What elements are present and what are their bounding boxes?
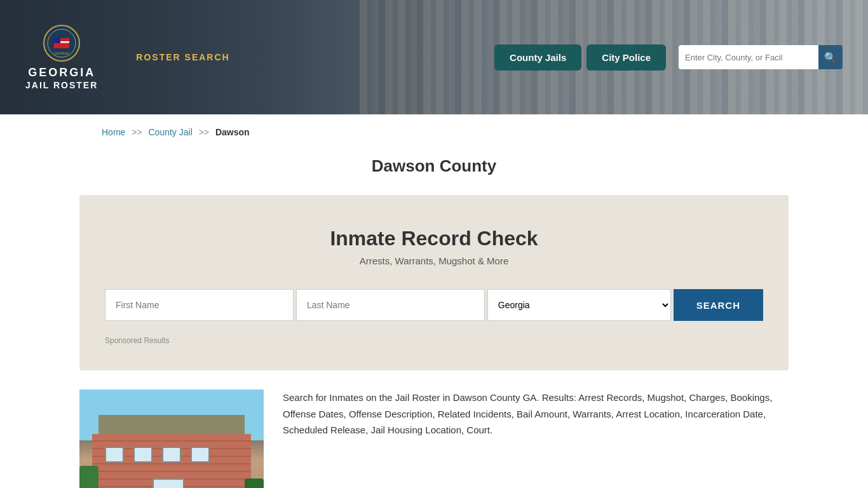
- georgia-seal-icon: GEORGIA: [43, 24, 81, 62]
- window3: [162, 447, 181, 463]
- window4: [191, 447, 210, 463]
- last-name-input[interactable]: [296, 289, 485, 321]
- breadcrumb-home-link[interactable]: Home: [102, 127, 125, 137]
- header-search-bar: 🔍: [679, 45, 843, 69]
- header-search-button[interactable]: 🔍: [818, 45, 843, 69]
- record-check-section: Inmate Record Check Arrests, Warrants, M…: [79, 195, 789, 370]
- svg-rect-6: [54, 38, 60, 43]
- breadcrumb: Home >> County Jail >> Dawson: [0, 114, 868, 150]
- window2: [133, 447, 153, 463]
- breadcrumb-sep2: >>: [199, 127, 209, 137]
- nav-buttons: County Jails City Police: [494, 44, 666, 71]
- page-title: Dawson County: [0, 156, 868, 176]
- first-name-input[interactable]: [105, 289, 294, 321]
- window1: [105, 447, 124, 463]
- breadcrumb-sep1: >>: [132, 127, 142, 137]
- record-check-subtitle: Arrests, Warrants, Mugshot & More: [105, 255, 763, 266]
- roster-search-link[interactable]: ROSTER SEARCH: [136, 52, 229, 62]
- sponsored-label: Sponsored Results: [105, 336, 763, 345]
- search-icon: 🔍: [824, 51, 837, 64]
- tree-left: [79, 466, 98, 488]
- state-select[interactable]: Georgia Alabama Florida Tennessee: [487, 289, 671, 321]
- county-jails-button[interactable]: County Jails: [494, 44, 581, 71]
- logo-jail-roster: JAIL ROSTER: [25, 80, 98, 90]
- header-search-input[interactable]: [679, 45, 818, 69]
- tree-right: [245, 478, 264, 488]
- svg-text:GEORGIA: GEORGIA: [54, 51, 69, 55]
- record-check-form: Georgia Alabama Florida Tennessee SEARCH: [105, 289, 763, 321]
- record-check-title: Inmate Record Check: [105, 227, 763, 250]
- city-police-button[interactable]: City Police: [587, 44, 666, 71]
- header: GEORGIA GEORGIA JAIL ROSTER ROSTER SEARC…: [0, 0, 868, 114]
- breadcrumb-county-jail-link[interactable]: County Jail: [149, 127, 193, 137]
- breadcrumb-current: Dawson: [215, 127, 250, 137]
- logo-georgia: GEORGIA: [28, 66, 95, 80]
- record-search-button[interactable]: SEARCH: [674, 289, 763, 321]
- description-text: Search for Inmates on the Jail Roster in…: [283, 390, 789, 438]
- jail-image: [79, 390, 264, 488]
- logo-area: GEORGIA GEORGIA JAIL ROSTER: [25, 24, 98, 90]
- window5: [153, 478, 184, 488]
- building-illustration: [92, 434, 251, 488]
- bottom-section: Search for Inmates on the Jail Roster in…: [0, 370, 868, 488]
- svg-rect-5: [54, 44, 69, 46]
